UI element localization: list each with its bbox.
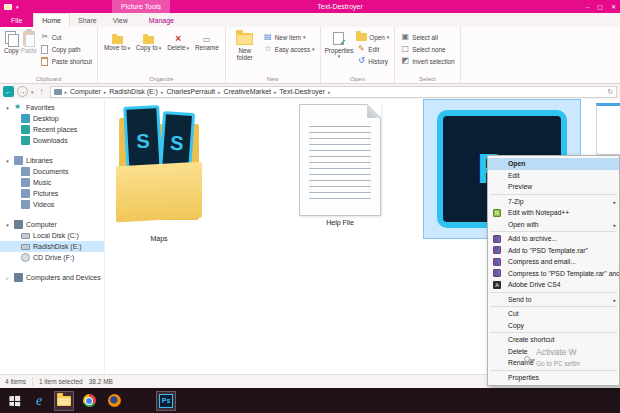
forward-button[interactable] xyxy=(17,86,28,97)
sidebar-item-videos[interactable]: Videos xyxy=(0,199,104,210)
copy-to-button[interactable]: Copy to xyxy=(133,28,164,52)
taskbar-icon-chrome[interactable] xyxy=(79,391,99,411)
sidebar-item-pictures[interactable]: Pictures xyxy=(0,188,104,199)
context-menu-preview[interactable]: Preview xyxy=(488,181,619,193)
expand-arrow-icon[interactable] xyxy=(4,222,11,228)
context-menu-create-shortcut[interactable]: Create shortcut xyxy=(488,334,619,346)
tab-manage[interactable]: Manage xyxy=(141,13,182,27)
document-icon xyxy=(41,45,48,54)
paste-button[interactable]: Paste xyxy=(20,28,38,54)
favorites-icon xyxy=(14,103,23,112)
sidebar-item-recent-places[interactable]: Recent places xyxy=(0,124,104,135)
file-label: Help File xyxy=(326,219,354,226)
context-menu-edit[interactable]: Edit xyxy=(488,170,619,182)
paste-icon xyxy=(23,31,35,46)
file-item-help-file[interactable]: Help File xyxy=(290,104,390,226)
invert-selection-button[interactable]: Invert selection xyxy=(398,56,456,66)
selection-summary: 1 item selected xyxy=(39,378,83,385)
tab-file[interactable]: File xyxy=(0,13,33,27)
move-to-button[interactable]: Move to xyxy=(101,28,133,52)
context-menu-copy[interactable]: Copy xyxy=(488,320,619,332)
taskbar-icon-file-explorer[interactable] xyxy=(54,391,74,411)
taskbar-icon-internet-explorer[interactable] xyxy=(29,391,49,411)
sidebar-group-computers-and-devices[interactable]: Computers and Devices xyxy=(0,272,104,283)
close-button[interactable] xyxy=(611,4,616,10)
context-menu-7zip[interactable]: 7-Zip xyxy=(488,196,619,208)
sidebar-item-music[interactable]: Music xyxy=(0,177,104,188)
context-menu-properties[interactable]: Properties xyxy=(488,372,619,384)
taskbar-icon-firefox[interactable] xyxy=(104,391,124,411)
context-menu-adobe-drive[interactable]: Adobe Drive CS4 xyxy=(488,279,619,291)
tab-home[interactable]: Home xyxy=(33,13,70,27)
minimize-button[interactable] xyxy=(586,4,589,10)
select-all-button[interactable]: Select all xyxy=(398,32,456,42)
sidebar-group-computer[interactable]: Computer xyxy=(0,219,104,230)
breadcrumb-creativemarket[interactable]: CreativeMarket xyxy=(224,88,271,95)
winrar-icon xyxy=(493,246,501,254)
qat-dropdown-icon[interactable] xyxy=(16,4,19,10)
delete-button[interactable]: Delete xyxy=(164,28,192,52)
up-button[interactable] xyxy=(37,87,47,96)
new-item-button[interactable]: New item xyxy=(261,32,317,42)
rename-button[interactable]: Rename xyxy=(192,28,222,52)
select-none-button[interactable]: Select none xyxy=(398,44,456,54)
new-folder-button[interactable]: New folder xyxy=(229,28,261,61)
paste-shortcut-button[interactable]: Paste shortcut xyxy=(38,56,94,66)
videos-icon xyxy=(21,200,30,209)
address-bar: Computer RadishDisk (E:) CharlesPerrault… xyxy=(0,84,620,99)
sidebar-group-favorites[interactable]: Favorites xyxy=(0,102,104,113)
context-menu-send-to[interactable]: Send to xyxy=(488,294,619,306)
recent-locations-caret-icon[interactable] xyxy=(31,89,34,95)
open-folder-icon xyxy=(356,33,367,41)
scissors-icon xyxy=(40,33,50,41)
breadcrumb-radishdisk[interactable]: RadishDisk (E:) xyxy=(109,88,158,95)
sidebar-item-documents[interactable]: Documents xyxy=(0,166,104,177)
tab-view[interactable]: View xyxy=(105,13,136,27)
file-item-maps[interactable]: S S Maps xyxy=(113,102,205,242)
item-count: 4 items xyxy=(5,378,26,385)
start-button[interactable] xyxy=(4,391,24,411)
breadcrumb-text-destroyer[interactable]: Text-Destroyer xyxy=(280,88,326,95)
context-menu-compress-and-email[interactable]: Compress and email... xyxy=(488,256,619,268)
refresh-icon[interactable] xyxy=(607,88,613,96)
file-item-partial[interactable] xyxy=(596,103,620,155)
easy-access-button[interactable]: Easy access xyxy=(261,44,317,54)
context-menu-open-with[interactable]: Open with xyxy=(488,219,619,231)
copy-path-button[interactable]: Copy path xyxy=(38,44,94,54)
open-button[interactable]: Open xyxy=(354,32,391,42)
history-button[interactable]: History xyxy=(354,56,391,66)
back-button[interactable] xyxy=(3,86,14,97)
context-menu-cut[interactable]: Cut xyxy=(488,308,619,320)
sidebar-item-cd-drive-f[interactable]: CD Drive (F:) xyxy=(0,252,104,263)
context-menu-open[interactable]: Open xyxy=(488,158,619,170)
edit-button[interactable]: Edit xyxy=(354,44,391,54)
expand-arrow-icon[interactable] xyxy=(4,105,11,111)
sidebar-item-radishdisk-e[interactable]: RadishDisk (E:) xyxy=(0,241,104,252)
cut-button[interactable]: Cut xyxy=(38,32,94,42)
picture-tools-contextual-tab[interactable]: Picture Tools xyxy=(112,0,170,13)
maximize-button[interactable] xyxy=(597,4,603,10)
winrar-icon xyxy=(493,269,501,277)
taskbar-icon-photoshop[interactable]: Ps xyxy=(156,391,176,411)
copy-button[interactable]: Copy xyxy=(3,28,20,54)
sidebar-item-downloads[interactable]: Downloads xyxy=(0,135,104,146)
menu-separator xyxy=(490,231,617,232)
context-menu-edit-with-notepadpp[interactable]: Edit with Notepad++ xyxy=(488,207,619,219)
drive-icon xyxy=(21,233,30,239)
sidebar-item-desktop[interactable]: Desktop xyxy=(0,113,104,124)
expand-arrow-icon[interactable] xyxy=(4,158,11,164)
tab-share[interactable]: Share xyxy=(70,13,105,27)
breadcrumb-separator-icon xyxy=(328,89,331,95)
ribbon-tab-row: File Home Share View Manage xyxy=(0,13,620,27)
context-menu-add-to-rar[interactable]: Add to "PSD Template.rar" xyxy=(488,245,619,257)
breadcrumb[interactable]: Computer RadishDisk (E:) CharlesPerrault… xyxy=(50,86,617,98)
sidebar-group-libraries[interactable]: Libraries xyxy=(0,155,104,166)
expand-arrow-icon[interactable] xyxy=(4,275,11,281)
partial-file-icon xyxy=(596,103,620,155)
breadcrumb-charlesperrault[interactable]: CharlesPerrault xyxy=(166,88,215,95)
context-menu-add-to-archive[interactable]: Add to archive... xyxy=(488,233,619,245)
sidebar-item-local-disk-c[interactable]: Local Disk (C:) xyxy=(0,230,104,241)
breadcrumb-computer[interactable]: Computer xyxy=(70,88,101,95)
properties-button[interactable]: Properties xyxy=(324,28,355,60)
context-menu-compress-to-rar-and-email[interactable]: Compress to "PSD Template.rar" and em... xyxy=(488,268,619,280)
